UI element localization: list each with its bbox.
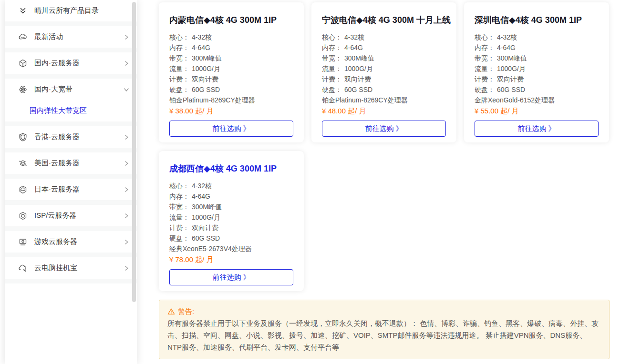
- spec-cores: 核心：4-32核: [475, 32, 599, 42]
- double-chevron-down-icon: [18, 6, 28, 16]
- spec-traffic: 流量：1000G/月: [475, 63, 599, 74]
- product-title[interactable]: 内蒙电信◆4核 4G 300M 1IP: [169, 14, 293, 26]
- sidebar-subitem-elastic-bandwidth[interactable]: 国内弹性大带宽区: [30, 106, 87, 115]
- chevron-down-icon: [124, 87, 129, 92]
- spec-bandwidth: 带宽：300M峰值: [169, 202, 293, 212]
- spec-cores: 核心：4-32核: [169, 181, 293, 191]
- sidebar-item-isp-cloud[interactable]: ISP/云服务器: [5, 205, 137, 226]
- spec-cores: 核心：4-32核: [322, 32, 446, 42]
- chevron-right-icon: [124, 239, 129, 245]
- sidebar-item-japan-cloud[interactable]: 日本·云服务器: [5, 179, 137, 200]
- cloud-icon: [18, 32, 28, 42]
- buy-button[interactable]: 前往选购 》: [169, 121, 293, 137]
- chevron-right-icon: [124, 134, 129, 140]
- spec-traffic: 流量：1000G/月: [169, 212, 293, 222]
- spec-disk: 硬盘：60G SSD: [322, 84, 446, 95]
- sidebar-item-label: ISP/云服务器: [34, 211, 124, 220]
- spec-disk: 硬盘：60G SSD: [475, 84, 599, 95]
- product-title[interactable]: 深圳电信◆4核 4G 300M 1IP: [475, 14, 599, 26]
- spec-traffic: 流量：1000G/月: [322, 63, 446, 74]
- sidebar-divider: [5, 253, 137, 257]
- sidebar-item-label: 最新活动: [34, 32, 124, 41]
- cpu-model: 铂金Platinum-8269CY处理器: [322, 95, 446, 105]
- warning-title: 警告:: [178, 306, 194, 317]
- main-content: 内蒙电信◆4核 4G 300M 1IP 核心：4-32核 内存：4-64G 带宽…: [159, 2, 610, 359]
- spec-cores: 核心：4-32核: [169, 32, 293, 42]
- sidebar-catalog-label: 晴川云所有产品目录: [34, 6, 129, 15]
- sidebar-divider: [5, 74, 137, 79]
- layers-icon: [18, 159, 28, 168]
- sidebar-item-cloud-pc[interactable]: 云电脑挂机宝: [5, 257, 137, 279]
- warning-header: 警告:: [167, 306, 601, 317]
- spec-billing: 计费：双向计费: [169, 74, 293, 84]
- sidebar-item-label: 日本·云服务器: [34, 185, 124, 194]
- chevron-right-icon: [124, 187, 129, 192]
- cpu-model: 经典XeonE5-2673V4处理器: [169, 243, 293, 254]
- sidebar-item-label: 云电脑挂机宝: [34, 263, 124, 273]
- spec-traffic: 流量：1000G/月: [169, 63, 293, 74]
- isp-hexagon-icon: [18, 211, 28, 221]
- spec-bandwidth: 带宽：300M峰值: [322, 53, 446, 63]
- spec-billing: 计费：双向计费: [169, 222, 293, 233]
- cube-icon: [18, 59, 28, 68]
- sidebar-divider: [5, 148, 137, 152]
- spec-bandwidth: 带宽：300M峰值: [475, 53, 599, 63]
- spec-bandwidth: 带宽：300M峰值: [169, 53, 293, 63]
- sidebar-item-domestic-bandwidth[interactable]: 国内·大宽带: [5, 79, 137, 100]
- sidebar-item-label: 美国·云服务器: [34, 159, 124, 168]
- sidebar-item-hongkong-cloud[interactable]: 香港·云服务器: [5, 126, 137, 148]
- product-title[interactable]: 成都西信◆4核 4G 300M 1IP: [169, 163, 293, 174]
- product-card: 深圳电信◆4核 4G 300M 1IP 核心：4-32核 内存：4-64G 带宽…: [464, 2, 609, 142]
- price: ¥ 55.00 起/ 月: [475, 105, 599, 116]
- cpu-model: 铂金Platinum-8269CY处理器: [169, 95, 293, 105]
- game-monitor-icon: [18, 237, 28, 247]
- sidebar-item-label: 国内·云服务器: [34, 59, 124, 68]
- buy-button[interactable]: 前往选购 》: [475, 121, 599, 137]
- sidebar-divider: [5, 226, 137, 231]
- chevron-right-icon: [124, 161, 129, 166]
- shield-icon: [18, 132, 28, 142]
- warning-triangle-icon: [167, 308, 175, 315]
- buy-button[interactable]: 前往选购 》: [322, 121, 446, 137]
- product-card: 宁波电信◆4核 4G 300M 十月上线 核心：4-32核 内存：4-64G 带…: [311, 2, 456, 142]
- sidebar-scrollbar[interactable]: [132, 2, 136, 302]
- spec-disk: 硬盘：60G SSD: [169, 233, 293, 243]
- price: ¥ 78.00 起/ 月: [169, 254, 293, 265]
- spec-billing: 计费：双向计费: [322, 74, 446, 84]
- sidebar-item-game-cloud[interactable]: 游戏云服务器: [5, 231, 137, 253]
- price: ¥ 48.00 起/ 月: [322, 105, 446, 116]
- spec-memory: 内存：4-64G: [322, 42, 446, 53]
- sidebar: 晴川云所有产品目录 最新活动 国内·云服务器: [5, 0, 137, 364]
- atom-icon: [18, 85, 28, 94]
- sidebar-item-latest-activity[interactable]: 最新活动: [5, 26, 137, 48]
- sidebar-divider: [5, 279, 137, 283]
- sidebar-group-big-bandwidth: 国内·大宽带 国内弹性大带宽区: [5, 79, 137, 121]
- product-catalog-page: 晴川云所有产品目录 最新活动 国内·云服务器: [0, 0, 620, 364]
- chevron-right-icon: [124, 34, 129, 40]
- sidebar-divider: [5, 21, 137, 26]
- warning-box: 警告: 所有服务器禁止用于以下业务及服务（一经发现，立即永久关闭，概不退款）： …: [159, 300, 610, 359]
- price: ¥ 38.00 起/ 月: [169, 105, 293, 116]
- sidebar-item-label: 游戏云服务器: [34, 237, 124, 246]
- product-card: 成都西信◆4核 4G 300M 1IP 核心：4-32核 内存：4-64G 带宽…: [159, 151, 304, 291]
- sidebar-catalog-header[interactable]: 晴川云所有产品目录: [5, 0, 137, 21]
- sidebar-divider: [5, 121, 137, 126]
- hexagon-cloud-icon: [18, 185, 28, 194]
- sidebar-item-label: 香港·云服务器: [34, 132, 124, 142]
- cloud-computer-icon: [18, 263, 28, 273]
- spec-billing: 计费：双向计费: [475, 74, 599, 84]
- product-title[interactable]: 宁波电信◆4核 4G 300M 十月上线: [322, 14, 446, 26]
- sidebar-subitem-row: 国内弹性大带宽区: [5, 100, 137, 121]
- product-card: 内蒙电信◆4核 4G 300M 1IP 核心：4-32核 内存：4-64G 带宽…: [159, 2, 304, 142]
- sidebar-divider: [5, 200, 137, 205]
- buy-button[interactable]: 前往选购 》: [169, 269, 293, 285]
- sidebar-item-usa-cloud[interactable]: 美国·云服务器: [5, 152, 137, 174]
- spec-disk: 硬盘：60G SSD: [169, 84, 293, 95]
- spec-memory: 内存：4-64G: [169, 191, 293, 202]
- sidebar-divider: [5, 174, 137, 179]
- cpu-model: 金牌XeonGold-6152处理器: [475, 95, 599, 105]
- warning-body: 所有服务器禁止用于以下业务及服务（一经发现，立即永久关闭，概不退款）： 色情、博…: [167, 317, 601, 353]
- sidebar-item-domestic-cloud[interactable]: 国内·云服务器: [5, 52, 137, 74]
- chevron-right-icon: [124, 265, 129, 271]
- chevron-right-icon: [124, 213, 129, 219]
